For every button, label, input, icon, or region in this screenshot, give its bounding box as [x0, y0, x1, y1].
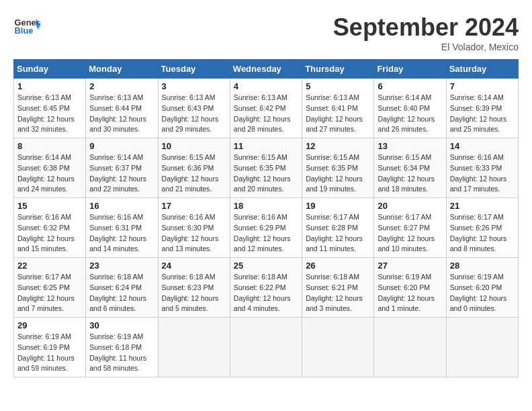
calendar-day-14: 14 Sunrise: 6:16 AM Sunset: 6:33 PM Dayl… — [446, 138, 518, 198]
day-info: Sunrise: 6:18 AM Sunset: 6:21 PM Dayligh… — [306, 272, 370, 314]
calendar-week-3: 15 Sunrise: 6:16 AM Sunset: 6:32 PM Dayl… — [14, 198, 519, 258]
day-info: Sunrise: 6:18 AM Sunset: 6:22 PM Dayligh… — [234, 272, 298, 314]
day-info: Sunrise: 6:15 AM Sunset: 6:35 PM Dayligh… — [234, 152, 298, 195]
day-number: 1 — [17, 81, 82, 91]
calendar-day-11: 11 Sunrise: 6:15 AM Sunset: 6:35 PM Dayl… — [230, 138, 302, 198]
calendar-week-4: 22 Sunrise: 6:17 AM Sunset: 6:25 PM Dayl… — [14, 258, 519, 318]
location: El Volador, Mexico — [333, 42, 519, 52]
calendar-day-9: 9 Sunrise: 6:14 AM Sunset: 6:37 PM Dayli… — [86, 138, 158, 198]
calendar-empty-cell — [302, 318, 374, 377]
calendar-header-monday: Monday — [86, 60, 158, 79]
calendar-day-7: 7 Sunrise: 6:14 AM Sunset: 6:39 PM Dayli… — [446, 79, 518, 138]
day-number: 24 — [162, 261, 226, 271]
day-number: 26 — [306, 261, 370, 271]
day-info: Sunrise: 6:14 AM Sunset: 6:39 PM Dayligh… — [450, 93, 515, 135]
calendar-empty-cell — [230, 318, 302, 377]
calendar-day-16: 16 Sunrise: 6:16 AM Sunset: 6:31 PM Dayl… — [86, 198, 158, 258]
day-info: Sunrise: 6:15 AM Sunset: 6:34 PM Dayligh… — [378, 152, 442, 195]
day-info: Sunrise: 6:17 AM Sunset: 6:27 PM Dayligh… — [378, 212, 442, 255]
day-number: 28 — [450, 261, 515, 271]
calendar-week-5: 29 Sunrise: 6:19 AM Sunset: 6:19 PM Dayl… — [14, 318, 519, 377]
calendar-day-23: 23 Sunrise: 6:18 AM Sunset: 6:24 PM Dayl… — [86, 258, 158, 318]
day-number: 14 — [450, 141, 515, 151]
day-info: Sunrise: 6:19 AM Sunset: 6:18 PM Dayligh… — [89, 332, 154, 374]
day-number: 11 — [234, 141, 298, 151]
calendar-empty-cell — [374, 318, 446, 377]
calendar-day-18: 18 Sunrise: 6:16 AM Sunset: 6:29 PM Dayl… — [230, 198, 302, 258]
day-info: Sunrise: 6:13 AM Sunset: 6:42 PM Dayligh… — [234, 93, 298, 135]
calendar-day-5: 5 Sunrise: 6:13 AM Sunset: 6:41 PM Dayli… — [302, 79, 374, 138]
day-number: 13 — [378, 141, 442, 151]
page-header: General Blue September 2024 El Volador, … — [13, 13, 519, 52]
day-info: Sunrise: 6:19 AM Sunset: 6:20 PM Dayligh… — [450, 272, 515, 314]
day-info: Sunrise: 6:18 AM Sunset: 6:24 PM Dayligh… — [89, 272, 154, 314]
calendar-day-17: 17 Sunrise: 6:16 AM Sunset: 6:30 PM Dayl… — [158, 198, 230, 258]
day-info: Sunrise: 6:19 AM Sunset: 6:19 PM Dayligh… — [17, 332, 82, 374]
calendar-header-friday: Friday — [374, 60, 446, 79]
day-info: Sunrise: 6:14 AM Sunset: 6:38 PM Dayligh… — [17, 152, 82, 195]
calendar-header-tuesday: Tuesday — [158, 60, 230, 79]
calendar-day-2: 2 Sunrise: 6:13 AM Sunset: 6:44 PM Dayli… — [86, 79, 158, 138]
day-info: Sunrise: 6:16 AM Sunset: 6:31 PM Dayligh… — [89, 212, 154, 255]
day-number: 5 — [306, 81, 370, 91]
calendar-day-29: 29 Sunrise: 6:19 AM Sunset: 6:19 PM Dayl… — [14, 318, 86, 377]
calendar-day-25: 25 Sunrise: 6:18 AM Sunset: 6:22 PM Dayl… — [230, 258, 302, 318]
calendar-table: SundayMondayTuesdayWednesdayThursdayFrid… — [13, 59, 519, 377]
day-number: 17 — [162, 201, 226, 211]
calendar-day-24: 24 Sunrise: 6:18 AM Sunset: 6:23 PM Dayl… — [158, 258, 230, 318]
calendar-day-8: 8 Sunrise: 6:14 AM Sunset: 6:38 PM Dayli… — [14, 138, 86, 198]
calendar-day-4: 4 Sunrise: 6:13 AM Sunset: 6:42 PM Dayli… — [230, 79, 302, 138]
day-number: 12 — [306, 141, 370, 151]
calendar-day-21: 21 Sunrise: 6:17 AM Sunset: 6:26 PM Dayl… — [446, 198, 518, 258]
calendar-day-13: 13 Sunrise: 6:15 AM Sunset: 6:34 PM Dayl… — [374, 138, 446, 198]
day-number: 29 — [17, 320, 82, 330]
day-number: 19 — [306, 201, 370, 211]
day-info: Sunrise: 6:15 AM Sunset: 6:35 PM Dayligh… — [306, 152, 370, 195]
day-info: Sunrise: 6:16 AM Sunset: 6:29 PM Dayligh… — [234, 212, 298, 255]
calendar-week-1: 1 Sunrise: 6:13 AM Sunset: 6:45 PM Dayli… — [14, 79, 519, 138]
calendar-day-10: 10 Sunrise: 6:15 AM Sunset: 6:36 PM Dayl… — [158, 138, 230, 198]
logo-icon: General Blue — [13, 13, 40, 40]
calendar-day-15: 15 Sunrise: 6:16 AM Sunset: 6:32 PM Dayl… — [14, 198, 86, 258]
calendar-empty-cell — [158, 318, 230, 377]
calendar-header-sunday: Sunday — [14, 60, 86, 79]
day-number: 20 — [378, 201, 442, 211]
day-info: Sunrise: 6:16 AM Sunset: 6:33 PM Dayligh… — [450, 152, 515, 195]
calendar-day-27: 27 Sunrise: 6:19 AM Sunset: 6:20 PM Dayl… — [374, 258, 446, 318]
calendar-day-30: 30 Sunrise: 6:19 AM Sunset: 6:18 PM Dayl… — [86, 318, 158, 377]
calendar-week-2: 8 Sunrise: 6:14 AM Sunset: 6:38 PM Dayli… — [14, 138, 519, 198]
svg-text:Blue: Blue — [15, 26, 34, 36]
day-number: 6 — [378, 81, 442, 91]
day-info: Sunrise: 6:16 AM Sunset: 6:32 PM Dayligh… — [17, 212, 82, 255]
calendar-day-22: 22 Sunrise: 6:17 AM Sunset: 6:25 PM Dayl… — [14, 258, 86, 318]
day-number: 30 — [89, 320, 154, 330]
day-number: 3 — [162, 81, 226, 91]
title-block: September 2024 El Volador, Mexico — [333, 13, 519, 52]
day-info: Sunrise: 6:14 AM Sunset: 6:37 PM Dayligh… — [89, 152, 154, 195]
day-info: Sunrise: 6:15 AM Sunset: 6:36 PM Dayligh… — [162, 152, 226, 195]
logo: General Blue — [13, 13, 43, 40]
day-number: 10 — [162, 141, 226, 151]
calendar-day-26: 26 Sunrise: 6:18 AM Sunset: 6:21 PM Dayl… — [302, 258, 374, 318]
day-info: Sunrise: 6:14 AM Sunset: 6:40 PM Dayligh… — [378, 93, 442, 135]
svg-marker-3 — [36, 26, 40, 30]
day-number: 21 — [450, 201, 515, 211]
day-info: Sunrise: 6:19 AM Sunset: 6:20 PM Dayligh… — [378, 272, 442, 314]
day-info: Sunrise: 6:13 AM Sunset: 6:45 PM Dayligh… — [17, 93, 82, 135]
calendar-day-19: 19 Sunrise: 6:17 AM Sunset: 6:28 PM Dayl… — [302, 198, 374, 258]
day-info: Sunrise: 6:18 AM Sunset: 6:23 PM Dayligh… — [162, 272, 226, 314]
calendar-header-saturday: Saturday — [446, 60, 518, 79]
day-info: Sunrise: 6:13 AM Sunset: 6:43 PM Dayligh… — [162, 93, 226, 135]
month-title: September 2024 — [333, 13, 519, 42]
day-number: 8 — [17, 141, 82, 151]
day-number: 7 — [450, 81, 515, 91]
day-info: Sunrise: 6:17 AM Sunset: 6:25 PM Dayligh… — [17, 272, 82, 314]
day-number: 15 — [17, 201, 82, 211]
calendar-day-6: 6 Sunrise: 6:14 AM Sunset: 6:40 PM Dayli… — [374, 79, 446, 138]
calendar-empty-cell — [446, 318, 518, 377]
day-info: Sunrise: 6:17 AM Sunset: 6:28 PM Dayligh… — [306, 212, 370, 255]
calendar-day-12: 12 Sunrise: 6:15 AM Sunset: 6:35 PM Dayl… — [302, 138, 374, 198]
calendar-day-20: 20 Sunrise: 6:17 AM Sunset: 6:27 PM Dayl… — [374, 198, 446, 258]
calendar-header-row: SundayMondayTuesdayWednesdayThursdayFrid… — [14, 60, 519, 79]
day-info: Sunrise: 6:13 AM Sunset: 6:41 PM Dayligh… — [306, 93, 370, 135]
